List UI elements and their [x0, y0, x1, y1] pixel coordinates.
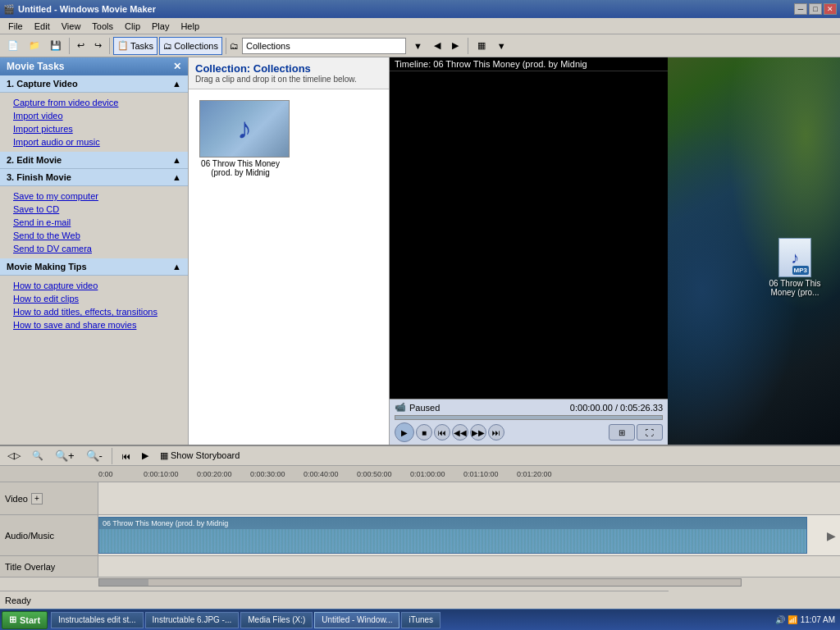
audio-clip-1[interactable]: 06 Throw This Money (prod. by Midnig — [98, 517, 807, 554]
forward-button[interactable]: ▶ — [448, 37, 463, 55]
audio-track-content[interactable]: 06 Throw This Money (prod. by Midnig ▶ — [98, 515, 840, 555]
taskbar-item-0[interactable]: Instructables edit st... — [51, 612, 144, 628]
taskbar-item-3[interactable]: Untitled - Window... — [314, 612, 399, 628]
open-button[interactable]: 📁 — [25, 37, 44, 55]
minimize-button[interactable]: ─ — [794, 3, 807, 15]
storyboard-icon: ▦ — [160, 450, 168, 460]
prev-button[interactable]: ◀◀ — [452, 424, 468, 441]
capture-video-section[interactable]: 1. Capture Video ▲ — [0, 75, 188, 93]
extra-controls: ⊞ ⛶ — [609, 424, 663, 441]
menu-view[interactable]: View — [57, 21, 86, 32]
toolbar-sep-2 — [109, 38, 110, 54]
timeline-rewind[interactable]: ⏮ — [117, 448, 135, 464]
waveform-visual-1 — [99, 529, 806, 553]
save-button[interactable]: 💾 — [46, 37, 66, 55]
stop-button[interactable]: ■ — [416, 424, 432, 441]
view-details-button[interactable]: ▼ — [493, 37, 510, 55]
import-video-link[interactable]: Import video — [13, 109, 175, 122]
menu-help[interactable]: Help — [176, 21, 204, 32]
horizontal-scrollbar[interactable] — [98, 578, 742, 587]
import-pictures-link[interactable]: Import pictures — [13, 122, 175, 135]
tasks-button[interactable]: 📋 Tasks — [113, 37, 158, 55]
tip-edit-link[interactable]: How to edit clips — [13, 292, 175, 305]
timeline-zoom-out[interactable]: 🔍- — [82, 448, 107, 464]
redo-button[interactable]: ↪ — [90, 37, 106, 55]
next-button[interactable]: ▶▶ — [470, 424, 486, 441]
edit-movie-section[interactable]: 2. Edit Movie ▲ — [0, 152, 188, 169]
fullscreen-button[interactable]: ⛶ — [637, 424, 663, 441]
taskbar-item-2[interactable]: Media Files (X:) — [240, 612, 313, 628]
menu-play[interactable]: Play — [147, 21, 174, 32]
timeline-toolbar: ◁▷ 🔍 🔍+ 🔍- ⏮ ▶ ▦ Show Storyboard — [0, 446, 840, 466]
video-track-row: Video + — [0, 482, 840, 515]
collections-bar: 🗂 Collections ▼ ◀ ▶ ▦ ▼ — [230, 37, 837, 55]
preview-time: 0:00:00.00 / 0:05:26.33 — [570, 403, 663, 413]
play-button[interactable]: ▶ — [395, 422, 414, 442]
new-button[interactable]: 📄 — [3, 37, 23, 55]
title-overlay-content[interactable] — [98, 556, 840, 577]
dropdown-arrow[interactable]: ▼ — [409, 37, 427, 55]
tl-sep-1 — [112, 448, 112, 464]
menu-file[interactable]: File — [3, 21, 28, 32]
send-web-link[interactable]: Send to the Web — [13, 229, 175, 242]
maximize-button[interactable]: □ — [809, 3, 822, 15]
menu-clip[interactable]: Clip — [120, 21, 145, 32]
scrollbar-thumb[interactable] — [99, 579, 148, 586]
prev-frame-button[interactable]: ⏮ — [434, 424, 450, 441]
progress-bar-container[interactable] — [395, 415, 663, 420]
timeline-zoom-fit[interactable]: ◁▷ — [3, 448, 25, 464]
app-icon: 🎬 — [3, 4, 15, 15]
taskbar-item-4[interactable]: iTunes — [401, 612, 441, 628]
show-storyboard-button[interactable]: ▦ Show Storyboard — [156, 448, 244, 464]
menu-edit[interactable]: Edit — [30, 21, 55, 32]
collections-dropdown[interactable]: Collections — [242, 38, 406, 54]
audio-track-label: Audio/Music — [0, 515, 98, 555]
send-dv-link[interactable]: Send to DV camera — [13, 242, 175, 255]
music-note-icon: ♪ — [237, 112, 252, 146]
back-button[interactable]: ◀ — [430, 37, 445, 55]
video-track-content[interactable] — [98, 482, 840, 514]
taskbar-item-1[interactable]: Instructable 6.JPG -... — [145, 612, 240, 628]
undo-button[interactable]: ↩ — [73, 37, 89, 55]
window-controls[interactable]: ─ □ ✕ — [794, 3, 837, 15]
finish-movie-section[interactable]: 3. Finish Movie ▲ — [0, 169, 188, 186]
capture-from-video-link[interactable]: Capture from video device — [13, 96, 175, 109]
menu-tools[interactable]: Tools — [87, 21, 118, 32]
timeline-area: ◁▷ 🔍 🔍+ 🔍- ⏮ ▶ ▦ Show Storyboard 0:00 0:… — [0, 445, 840, 609]
view-toggle-button[interactable]: ▦ — [473, 37, 490, 55]
windows-logo: ⊞ — [9, 614, 16, 625]
close-button[interactable]: ✕ — [824, 3, 837, 15]
send-email-link[interactable]: Send in e-mail — [13, 216, 175, 229]
tips-section[interactable]: Movie Making Tips ▲ — [0, 258, 188, 276]
desktop-icon[interactable]: ♪ MP3 06 Throw This Money (pro... — [766, 238, 824, 297]
split-button[interactable]: ⊞ — [609, 424, 635, 441]
timeline-ruler: 0:00 0:00:10:00 0:00:20:00 0:00:30:00 0:… — [0, 466, 840, 482]
timeline-zoom-in[interactable]: 🔍+ — [51, 448, 79, 464]
tip-titles-link[interactable]: How to add titles, effects, transitions — [13, 305, 175, 318]
audio-clip-1-label: 06 Throw This Money (prod. by Midnig — [99, 518, 806, 529]
content-area: Collection: Collections Drag a clip and … — [189, 57, 390, 445]
tip-share-link[interactable]: How to save and share movies — [13, 318, 175, 331]
save-cd-link[interactable]: Save to CD — [13, 203, 175, 216]
start-button[interactable]: ⊞ Start — [2, 611, 48, 629]
menu-bar: File Edit View Tools Clip Play Help — [0, 18, 840, 34]
timeline-play[interactable]: ▶ — [138, 448, 153, 464]
video-add-button[interactable]: + — [31, 493, 43, 504]
timeline-search[interactable]: 🔍 — [28, 448, 48, 464]
movie-tasks-header: Movie Tasks ✕ — [0, 57, 188, 75]
clip-item[interactable]: ♪ 06 Throw This Money (prod. by Midnig — [195, 96, 285, 438]
panel-close-button[interactable]: ✕ — [173, 61, 181, 72]
ruler-mark-8: 0:01:20:00 — [517, 470, 552, 478]
save-computer-link[interactable]: Save to my computer — [13, 189, 175, 203]
status-text: Ready — [5, 596, 31, 605]
next-frame-button[interactable]: ⏭ — [488, 424, 504, 441]
tip-capture-link[interactable]: How to capture video — [13, 279, 175, 292]
taskbar: ⊞ Start Instructables edit st... Instruc… — [0, 609, 840, 630]
audio-track-row: Audio/Music 06 Throw This Money (prod. b… — [0, 515, 840, 556]
import-audio-link[interactable]: Import audio or music — [13, 135, 175, 148]
ruler-mark-0: 0:00 — [98, 470, 113, 478]
collections-button[interactable]: 🗂 Collections — [159, 37, 222, 55]
edit-movie-chevron: ▲ — [172, 155, 181, 165]
preview-video — [390, 71, 668, 399]
tips-chevron: ▲ — [172, 262, 181, 272]
